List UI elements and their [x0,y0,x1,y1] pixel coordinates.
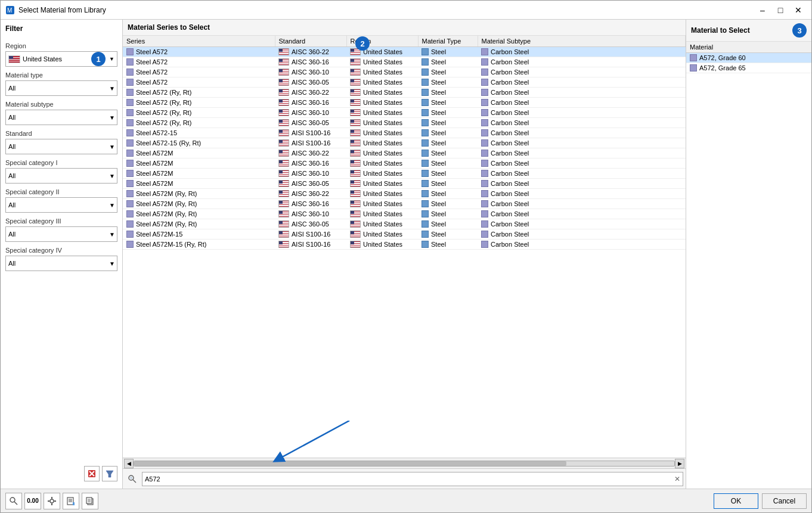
search-toolbar-button[interactable] [5,493,22,509]
table-row[interactable]: Steel A572M AISC 360-16 United States St… [123,158,686,169]
standard-flag [278,129,289,136]
table-row[interactable]: Steel A572 AISC 360-10 United States Ste… [123,67,686,77]
table-row[interactable]: Steel A572M (Ry, Rt) AISC 360-05 United … [123,219,686,229]
cell-standard: AISC 360-05 [275,118,346,128]
special-cat1-label: Special category I [5,159,117,166]
table-row[interactable]: Steel A572-15 (Ry, Rt) AISI S100-16 Unit… [123,138,686,148]
svg-rect-17 [67,498,73,505]
list-item[interactable]: A572, Grade 65 [686,63,811,73]
standard-value: AISC 360-22 [292,190,329,197]
table-row[interactable]: Steel A572M-15 AISI S100-16 United State… [123,229,686,240]
standard-value: AISC 360-10 [292,109,329,116]
table-row[interactable]: Steel A572M (Ry, Rt) AISC 360-10 United … [123,209,686,219]
table-row[interactable]: Steel A572 AISC 360-22 United States Ste… [123,47,686,57]
subtype-icon [481,150,488,157]
material-type-select[interactable]: All [5,80,117,96]
cell-type: Steel [418,158,478,169]
cell-region: United States [346,169,418,179]
standard-flag [278,89,289,96]
standard-flag [278,180,289,187]
series-icon [126,79,134,86]
cell-standard: AISI S100-16 [275,128,346,138]
series-name: Steel A572M (Ry, Rt) [136,190,197,197]
maximize-button[interactable]: □ [772,2,789,18]
type-value: Steel [431,200,446,207]
standard-value: AISI S100-16 [292,139,330,147]
table-row[interactable]: Steel A572 AISC 360-05 United States Ste… [123,77,686,88]
cell-type: Steel [418,169,478,179]
series-name: Steel A572 (Ry, Rt) [136,89,191,96]
type-icon [422,160,429,167]
export-toolbar-button[interactable] [63,493,79,509]
subtype-value: Carbon Steel [491,180,529,187]
zero-toolbar-button[interactable]: 0.00 [24,493,41,509]
series-panel-header: Material Series to Select [123,20,686,36]
ok-button[interactable]: OK [714,493,758,509]
subtype-value: Carbon Steel [491,99,529,106]
close-button[interactable]: ✕ [790,2,807,18]
material-icon [690,64,697,71]
table-row[interactable]: Steel A572M (Ry, Rt) AISC 360-22 United … [123,189,686,199]
region-text: United States [363,220,402,228]
cell-type: Steel [418,240,478,250]
standard-flag [278,190,289,197]
special-cat1-select[interactable]: All [5,168,117,184]
list-item[interactable]: A572, Grade 60 [686,53,811,63]
cell-subtype: Carbon Steel [478,219,686,229]
settings-toolbar-button[interactable] [44,493,60,509]
scroll-left-btn[interactable]: ◀ [124,459,134,468]
series-icon [126,129,134,136]
table-row[interactable]: Steel A572 AISC 360-16 United States Ste… [123,57,686,67]
table-row[interactable]: Steel A572 (Ry, Rt) AISC 360-10 United S… [123,108,686,118]
table-row[interactable]: Steel A572 (Ry, Rt) AISC 360-22 United S… [123,88,686,98]
special-cat3-select[interactable]: All [5,226,117,242]
material-table-container[interactable]: Material A572, Grade 60 A572, Grade 65 [686,42,811,489]
search-toolbar-icon [9,496,18,506]
clear-filter-button[interactable] [84,466,100,481]
table-row[interactable]: Steel A572M-15 (Ry, Rt) AISI S100-16 Uni… [123,240,686,250]
type-icon [422,58,429,66]
cell-series: Steel A572M [123,169,275,179]
type-value: Steel [431,99,446,106]
table-row[interactable]: Steel A572 (Ry, Rt) AISC 360-05 United S… [123,118,686,128]
table-row[interactable]: Steel A572M AISC 360-10 United States St… [123,169,686,179]
region-text: United States [363,200,402,207]
scroll-right-btn[interactable]: ▶ [675,459,684,468]
subtype-value: Carbon Steel [491,69,529,76]
special-cat2-select[interactable]: All [5,197,117,213]
table-row[interactable]: Steel A572M AISC 360-22 United States St… [123,148,686,158]
region-text: United States [363,241,402,248]
table-row[interactable]: Steel A572 (Ry, Rt) AISC 360-16 United S… [123,98,686,108]
cancel-button[interactable]: Cancel [762,493,807,509]
minimize-button[interactable]: – [754,2,771,18]
cell-type: Steel [418,209,478,219]
subtype-value: Carbon Steel [491,119,529,126]
col-standard: Standard [275,36,346,47]
cell-subtype: Carbon Steel [478,199,686,209]
search-input[interactable] [145,475,672,483]
table-row[interactable]: Steel A572-15 AISI S100-16 United States… [123,128,686,138]
h-scrollbar[interactable] [134,461,675,467]
copy-toolbar-button[interactable] [82,493,98,509]
series-name: Steel A572M [136,160,173,167]
material-table-body: A572, Grade 60 A572, Grade 65 [686,53,811,73]
subtype-value: Carbon Steel [491,210,529,217]
material-subtype-select[interactable]: All [5,110,117,125]
table-row[interactable]: Steel A572M (Ry, Rt) AISC 360-16 United … [123,199,686,209]
search-clear-button[interactable]: ✕ [674,475,680,483]
cell-type: Steel [418,47,478,57]
series-table-container[interactable]: Series Standard Region Material Type Mat… [123,36,686,458]
standard-select[interactable]: All [5,139,117,154]
region-select[interactable]: United States 1 ▼ [5,51,117,67]
h-scrollbar-area[interactable]: ◀ ▶ [123,458,686,468]
subtype-value: Carbon Steel [491,160,529,167]
subtype-icon [481,180,488,187]
search-icon-button[interactable] [125,472,140,486]
filter-funnel-button[interactable] [102,466,117,481]
series-panel: Material Series to Select 2 Series Stand… [123,20,686,489]
region-text: United States [363,109,402,116]
cell-series: Steel A572M (Ry, Rt) [123,209,275,219]
table-row[interactable]: Steel A572M AISC 360-05 United States St… [123,179,686,189]
special-cat4-select[interactable]: All [5,256,117,271]
cell-series: Steel A572 (Ry, Rt) [123,98,275,108]
